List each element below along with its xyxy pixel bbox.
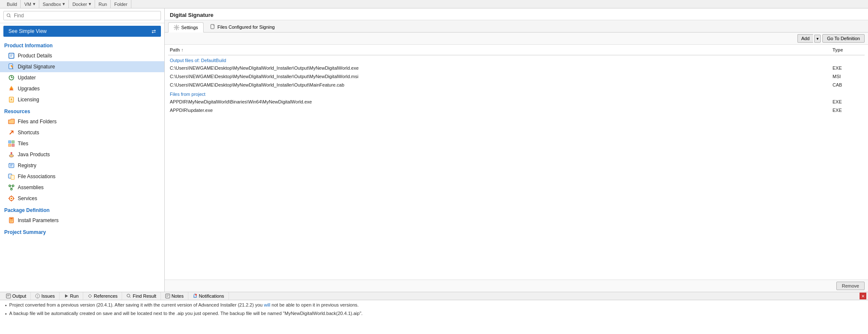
output-icon [6, 293, 11, 299]
svg-rect-46 [166, 294, 170, 298]
licensing-label: Licensing [18, 97, 39, 103]
sidebar-item-upgrades[interactable]: Upgrades [0, 83, 164, 94]
file-signing-icon [210, 24, 216, 30]
sidebar-item-shortcuts[interactable]: Shortcuts [0, 127, 164, 138]
bottom-tab-issues[interactable]: Issues [31, 292, 60, 300]
row-type: EXE [831, 107, 865, 114]
tiles-label: Tiles [18, 141, 28, 147]
content-tabs-bar: Settings Files Configured for Signing [165, 20, 868, 33]
search-input[interactable] [3, 11, 161, 20]
top-toolbar: Build VM ▾ Sandbox ▾ Docker ▾ Run Folder [0, 0, 868, 8]
row-type: CAB [831, 81, 865, 88]
docker-label: Docker [72, 2, 87, 7]
bottom-tab-references[interactable]: References [83, 292, 122, 300]
message-text-2: A backup file will be automatically crea… [9, 310, 363, 317]
tab-settings[interactable]: Settings [168, 22, 204, 33]
digital-signature-label: Digital Signature [18, 64, 55, 70]
updater-label: Updater [18, 75, 36, 81]
files-from-project-group[interactable]: Files from project [168, 89, 865, 98]
bottom-panel: Output Issues Run References Find Result… [0, 292, 868, 334]
tab-files-signing[interactable]: Files Configured for Signing [204, 22, 280, 32]
resources-header: Resources [0, 105, 164, 116]
add-button[interactable]: Add [797, 34, 813, 43]
svg-point-7 [11, 98, 12, 100]
simple-view-button[interactable]: See Simple View ⇄ [3, 26, 161, 37]
bottom-tab-run[interactable]: Run [60, 292, 83, 300]
issues-icon [35, 293, 40, 299]
table-bottom-actions: Remove [165, 280, 868, 292]
sidebar-item-file-associations[interactable]: File Associations [0, 171, 164, 182]
shortcuts-label: Shortcuts [18, 130, 39, 136]
svg-point-35 [176, 27, 177, 28]
svg-rect-11 [8, 144, 11, 147]
bottom-tab-find-result[interactable]: Find Result [122, 292, 161, 300]
run-icon [64, 293, 69, 299]
svg-rect-12 [12, 144, 14, 147]
simple-view-label: See Simple View [8, 28, 47, 34]
build-section: Build [3, 0, 21, 8]
row-type: EXE [831, 65, 865, 71]
sidebar-item-updater[interactable]: Updater [0, 72, 164, 83]
install-parameters-icon [8, 217, 15, 224]
sidebar-item-java-products[interactable]: Java Products [0, 149, 164, 160]
folder-section: Folder [111, 0, 131, 8]
svg-point-49 [195, 294, 197, 296]
docker-dropdown-icon: ▾ [89, 1, 91, 7]
assemblies-icon [8, 184, 15, 191]
sidebar-item-digital-signature[interactable]: Digital Signature [0, 61, 164, 72]
sandbox-label: Sandbox [43, 2, 61, 7]
path-column-header: Path ↑ [168, 46, 831, 53]
add-dropdown-button[interactable]: ▾ [814, 35, 821, 43]
bottom-tab-notes[interactable]: Notes [161, 292, 188, 300]
table-row[interactable]: C:\Users\NEWGAME\Desktop\MyNewDIgitalWor… [168, 64, 865, 72]
row-path: APPDIR\MyNewDigitalWorld\Binaries\Win64\… [168, 98, 831, 105]
row-path: C:\Users\NEWGAME\Desktop\MyNewDIgitalWor… [168, 65, 831, 71]
bottom-messages: • Project converted from a previous vers… [0, 300, 868, 334]
tiles-icon [8, 140, 15, 147]
svg-rect-10 [12, 141, 14, 143]
sidebar-item-assemblies[interactable]: Assemblies [0, 182, 164, 193]
sidebar-item-install-parameters[interactable]: Install Parameters [0, 215, 164, 226]
bottom-panel-close-button[interactable]: ✕ [860, 293, 866, 299]
files-folders-label: Files and Folders [18, 119, 57, 125]
vm-dropdown-icon: ▾ [33, 1, 35, 7]
svg-point-42 [37, 297, 38, 298]
digital-signature-icon [8, 63, 15, 71]
assemblies-label: Assemblies [18, 185, 44, 190]
table-row[interactable]: APPDIR\updater.exe EXE [168, 106, 865, 114]
sidebar-item-registry[interactable]: Registry [0, 160, 164, 171]
sidebar-item-files-and-folders[interactable]: Files and Folders [0, 116, 164, 127]
remove-button[interactable]: Remove [836, 282, 865, 290]
java-icon [8, 151, 15, 158]
file-associations-icon [8, 173, 15, 180]
output-tab-label: Output [12, 293, 26, 299]
project-summary-header: Project Summary [0, 226, 164, 237]
table-toolbar: Add ▾ Go To Definition [165, 33, 868, 45]
updater-icon [8, 74, 15, 81]
bottom-tab-output[interactable]: Output [2, 292, 31, 300]
message-2: • A backup file will be automatically cr… [5, 310, 863, 317]
java-products-label: Java Products [18, 152, 50, 157]
table-row[interactable]: C:\Users\NEWGAME\Desktop\MyNewDIgitalWor… [168, 81, 865, 89]
sidebar-search-area [0, 8, 164, 23]
output-files-group[interactable]: Output files of: DefaultBuild [168, 55, 865, 64]
find-icon [126, 293, 131, 299]
sidebar-item-product-details[interactable]: Product Details [0, 50, 164, 61]
sidebar-item-licensing[interactable]: Licensing [0, 94, 164, 105]
switch-icon: ⇄ [152, 28, 156, 34]
go-to-definition-button[interactable]: Go To Definition [822, 34, 865, 43]
references-icon [87, 293, 93, 299]
notes-icon [165, 293, 170, 299]
sandbox-dropdown-icon: ▾ [63, 1, 65, 7]
table-row[interactable]: APPDIR\MyNewDigitalWorld\Binaries\Win64\… [168, 98, 865, 106]
sidebar-item-services[interactable]: Services [0, 193, 164, 204]
sidebar: See Simple View ⇄ Product Information Pr… [0, 8, 165, 292]
sidebar-item-tiles[interactable]: Tiles [0, 138, 164, 149]
install-parameters-label: Install Parameters [18, 217, 59, 223]
table-row[interactable]: C:\Users\NEWGAME\Desktop\MyNewDIgitalWor… [168, 72, 865, 81]
svg-marker-43 [65, 294, 68, 298]
bottom-tabs-bar: Output Issues Run References Find Result… [0, 292, 868, 300]
licensing-icon [8, 96, 15, 103]
svg-point-13 [9, 155, 14, 157]
bottom-tab-notifications[interactable]: Notifications [188, 292, 229, 300]
